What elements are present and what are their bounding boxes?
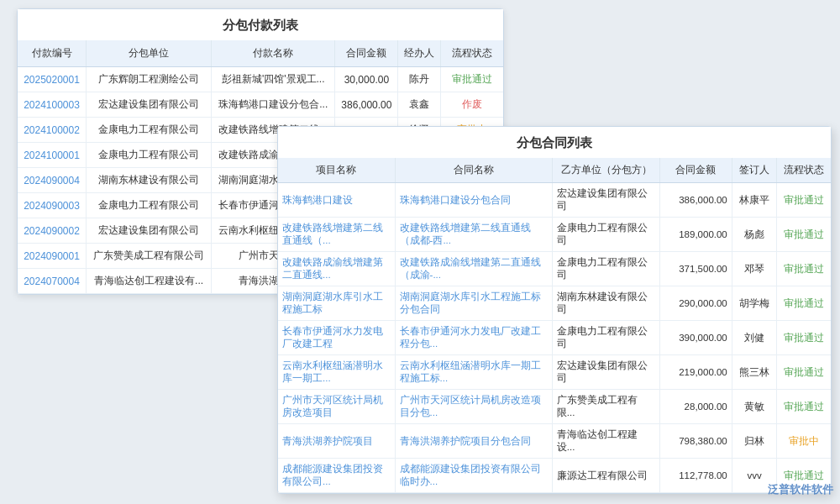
payment-id-cell[interactable]: 2024090001 [18, 244, 87, 269]
table-row: 青海洪湖养护院项目青海洪湖养护院项目分包合同青海临达创工程建设...798,38… [278, 424, 831, 459]
payment-table-header: 付款编号 分包单位 付款名称 合同金额 经办人 流程状态 [18, 40, 503, 67]
col-party: 乙方单位（分包方） [552, 158, 659, 183]
col-operator: 经办人 [398, 40, 440, 67]
table-cell: 广东赞美成工程有限... [552, 390, 659, 424]
table-cell[interactable]: 青海洪湖养护院项目 [278, 424, 395, 459]
table-cell: 金康电力工程有限公司 [552, 252, 659, 286]
table-row: 长春市伊通河水力发电厂改建工程长春市伊通河水力发电厂改建工程分包...金康电力工… [278, 321, 831, 355]
table-cell[interactable]: 湖南洞庭湖水库引水工程施工标 [278, 286, 395, 321]
table-cell: 审批通过 [440, 67, 503, 92]
table-row: 广州市天河区统计局机房改造项目广州市天河区统计局机房改造项目分包...广东赞美成… [278, 390, 831, 424]
table-cell: 杨彪 [732, 218, 776, 252]
table-cell[interactable]: 改建铁路线增建第二线直通线（成都-西... [395, 218, 552, 252]
table-cell[interactable]: 长春市伊通河水力发电厂改建工程分包... [395, 321, 552, 355]
table-cell[interactable]: 改建铁路成渝线增建第二直通线... [278, 252, 395, 286]
table-cell: 邓琴 [732, 252, 776, 286]
table-cell[interactable]: 成都能源建设集团投资有限公司临时办... [395, 459, 552, 493]
table-cell: 219,000.00 [660, 355, 732, 390]
table-cell: 290,000.00 [660, 286, 732, 321]
contract-table-header: 项目名称 合同名称 乙方单位（分包方） 合同金额 签订人 流程状态 [278, 158, 831, 183]
table-cell: 审批通过 [777, 286, 831, 321]
contract-list-container: 分包合同列表 项目名称 合同名称 乙方单位（分包方） 合同金额 签订人 流程状态… [277, 126, 832, 494]
table-cell: 珠海鹤港口建设分包合... [212, 92, 335, 118]
table-cell[interactable]: 青海洪湖养护院项目分包合同 [395, 424, 552, 459]
table-cell[interactable]: 广州市天河区统计局机房改造项目 [278, 390, 395, 424]
table-cell: 金康电力工程有限公司 [87, 143, 212, 168]
table-row: 改建铁路成渝线增建第二直通线...改建铁路成渝线增建第二直通线（成渝-...金康… [278, 252, 831, 286]
table-cell[interactable]: 云南水利枢纽涵潜明水库一期工... [278, 355, 395, 390]
table-row: 改建铁路线增建第二线直通线（...改建铁路线增建第二线直通线（成都-西...金康… [278, 218, 831, 252]
payment-id-cell[interactable]: 2024090002 [18, 218, 87, 244]
payment-id-cell[interactable]: 2024100003 [18, 92, 87, 118]
table-cell: 刘健 [732, 321, 776, 355]
table-cell: 彭祖新城'四馆'景观工... [212, 67, 335, 92]
table-cell: 宏达建设集团有限公司 [552, 183, 659, 218]
table-cell: 28,000.00 [660, 390, 732, 424]
table-cell: 湖南东林建设有限公司 [87, 168, 212, 193]
table-cell: 386,000.00 [660, 183, 732, 218]
table-cell: 金康电力工程有限公司 [87, 118, 212, 143]
col-workflow: 流程状态 [777, 158, 831, 183]
table-cell: 30,000.00 [335, 67, 398, 92]
table-row: 湖南洞庭湖水库引水工程施工标湖南洞庭湖水库引水工程施工标分包合同湖南东林建设有限… [278, 286, 831, 321]
contract-list-title: 分包合同列表 [278, 127, 831, 158]
table-cell: 371,500.00 [660, 252, 732, 286]
table-cell: 湖南东林建设有限公司 [552, 286, 659, 321]
table-cell[interactable]: 改建铁路线增建第二线直通线（... [278, 218, 395, 252]
table-cell: 宏达建设集团有限公司 [87, 92, 212, 118]
table-cell: 386,000.00 [335, 92, 398, 118]
table-cell: 青海临达创工程建设有... [87, 269, 212, 294]
table-cell[interactable]: 改建铁路成渝线增建第二直通线（成渝-... [395, 252, 552, 286]
table-cell: 审批通过 [777, 321, 831, 355]
table-cell: 189,000.00 [660, 218, 732, 252]
table-cell[interactable]: 长春市伊通河水力发电厂改建工程 [278, 321, 395, 355]
table-cell: 金康电力工程有限公司 [87, 193, 212, 218]
table-cell: 宏达建设集团有限公司 [87, 218, 212, 244]
table-cell: 作废 [440, 92, 503, 118]
table-cell: 798,380.00 [660, 424, 732, 459]
col-unit: 分包单位 [87, 40, 212, 67]
table-cell[interactable]: 珠海鹤港口建设 [278, 183, 395, 218]
table-cell: 审批通过 [777, 183, 831, 218]
table-row: 2024100003宏达建设集团有限公司珠海鹤港口建设分包合...386,000… [18, 92, 503, 118]
table-cell: 陈丹 [398, 67, 440, 92]
table-cell: 袁鑫 [398, 92, 440, 118]
col-signer: 签订人 [732, 158, 776, 183]
payment-id-cell[interactable]: 2024090003 [18, 193, 87, 218]
table-cell: 审批通过 [777, 390, 831, 424]
payment-id-cell[interactable]: 2024100001 [18, 143, 87, 168]
contract-table: 项目名称 合同名称 乙方单位（分包方） 合同金额 签订人 流程状态 珠海鹤港口建… [278, 158, 831, 493]
table-cell: 广东辉朗工程测绘公司 [87, 67, 212, 92]
payment-id-cell[interactable]: 2024090004 [18, 168, 87, 193]
table-cell: 金康电力工程有限公司 [552, 321, 659, 355]
table-row: 成都能源建设集团投资有限公司...成都能源建设集团投资有限公司临时办...廉源达… [278, 459, 831, 493]
table-cell: 青海临达创工程建设... [552, 424, 659, 459]
col-payment-name: 付款名称 [212, 40, 335, 67]
col-amount: 合同金额 [335, 40, 398, 67]
payment-id-cell[interactable]: 2025020001 [18, 67, 87, 92]
table-cell[interactable]: 广州市天河区统计局机房改造项目分包... [395, 390, 552, 424]
table-cell: 审批通过 [777, 355, 831, 390]
table-cell: 胡学梅 [732, 286, 776, 321]
payment-id-cell[interactable]: 2024100002 [18, 118, 87, 143]
table-cell: 广东赞美成工程有限公司 [87, 244, 212, 269]
table-cell: 廉源达工程有限公司 [552, 459, 659, 493]
table-cell: 宏达建设集团有限公司 [552, 355, 659, 390]
table-cell: 黄敏 [732, 390, 776, 424]
table-cell[interactable]: 成都能源建设集团投资有限公司... [278, 459, 395, 493]
table-cell[interactable]: 云南水利枢纽涵潜明水库一期工程施工标... [395, 355, 552, 390]
watermark: 泛普软件软件 [768, 482, 833, 497]
table-row: 珠海鹤港口建设珠海鹤港口建设分包合同宏达建设集团有限公司386,000.00林康… [278, 183, 831, 218]
table-cell[interactable]: 珠海鹤港口建设分包合同 [395, 183, 552, 218]
table-row: 2025020001广东辉朗工程测绘公司彭祖新城'四馆'景观工...30,000… [18, 67, 503, 92]
table-cell: 归林 [732, 424, 776, 459]
payment-list-title: 分包付款列表 [18, 9, 503, 40]
table-cell: 112,778.00 [660, 459, 732, 493]
col-payment-id: 付款编号 [18, 40, 87, 67]
table-cell: 林康平 [732, 183, 776, 218]
payment-id-cell[interactable]: 2024070004 [18, 269, 87, 294]
table-cell: 审批通过 [777, 252, 831, 286]
table-cell: 390,000.00 [660, 321, 732, 355]
table-cell[interactable]: 湖南洞庭湖水库引水工程施工标分包合同 [395, 286, 552, 321]
col-status: 流程状态 [440, 40, 503, 67]
